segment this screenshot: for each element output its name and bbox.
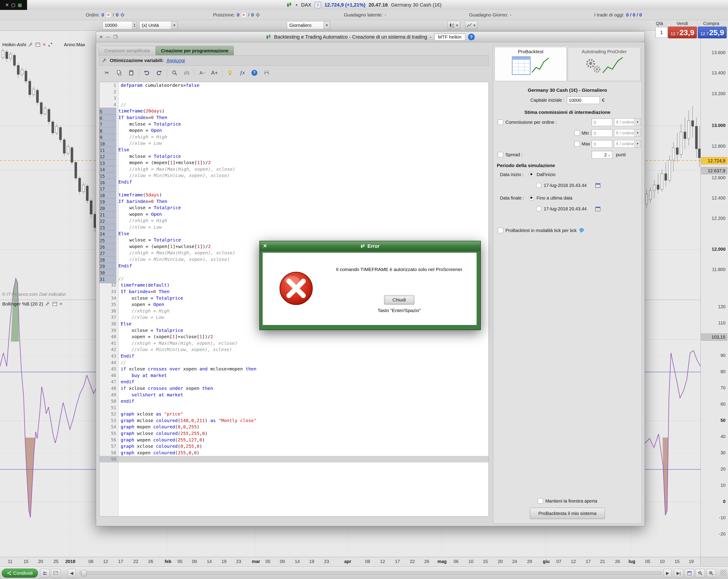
tab-probacktest[interactable]: ProBacktest [495,47,567,81]
line-number[interactable]: 50 [100,398,119,404]
line-number[interactable]: 55 [100,430,119,437]
code-line[interactable]: 58graph xopen coloured(255,0,0) [100,450,489,456]
search-icon[interactable] [170,68,179,77]
code-line[interactable]: 4// [100,102,489,108]
chart-window-icon[interactable] [51,569,60,577]
line-number[interactable]: 59 [100,456,119,463]
commission-unit-select[interactable]: € / ordine▼ [614,119,641,126]
gear-icon[interactable] [120,12,125,17]
code-line[interactable]: 14 //xhigh = Max(Max(High, xopen), xclos… [100,166,489,173]
line-number[interactable]: 57 [100,443,119,450]
line-number[interactable]: 34 [100,295,119,301]
code-line[interactable]: 40 xopen = (xopen[1]+xclose[1])/2 [100,334,489,340]
code-line[interactable]: 5timeframe(20days) [100,108,489,114]
line-number[interactable]: 37 [100,314,119,321]
code-line[interactable]: 21 wopen = Open [100,211,489,217]
line-number[interactable]: 45 [100,366,119,372]
run-backtest-button[interactable]: ProBacktesta il mio sistema [530,508,605,519]
wrench-icon[interactable] [45,301,50,307]
speech-bubble-icon[interactable] [579,228,584,233]
undo-icon[interactable] [142,68,151,77]
line-number[interactable]: 4 [100,102,119,108]
line-number[interactable]: 3 [100,95,119,102]
code-line[interactable]: 11Else [100,147,489,153]
code-line[interactable]: 44// [100,360,489,366]
wrench-icon[interactable] [28,42,33,47]
commission-input[interactable]: 0 [592,119,612,126]
close-error-button[interactable]: Chiudi [384,295,414,305]
panel-icon[interactable] [35,42,41,47]
line-number[interactable]: 58 [100,450,119,456]
line-number[interactable]: 54 [100,424,119,430]
price-axis[interactable]: 12.724,9 12.637,9 103,15 13.60013.40013.… [701,30,728,557]
chevron-down-icon[interactable]: ▼ [323,21,330,29]
line-number[interactable]: 32 [100,282,119,288]
function-library-icon[interactable]: ƒx [238,68,247,77]
symbol-name[interactable]: DAX [301,2,311,8]
line-number[interactable]: 44 [100,360,119,366]
code-line[interactable]: 50endif [100,398,489,404]
code-line[interactable]: 22 //xhigh = High [100,217,489,224]
time-scrollbar-handle[interactable] [81,570,86,576]
line-number[interactable]: 2 [100,88,119,95]
line-number[interactable]: 53 [100,417,119,424]
minimize-icon[interactable]: ─ [107,34,110,40]
line-number[interactable]: 47 [100,378,119,385]
code-line[interactable]: 46 buy at market [100,372,489,379]
share-button[interactable]: Condividi [2,569,38,578]
code-line[interactable]: 10 //xlow = Low [100,140,489,147]
restore-icon[interactable]: ▢ [11,2,15,8]
window-controls-box[interactable]: ✕ ▢ ▦ [0,0,27,10]
code-line[interactable]: 6If barindex=0 Then [100,114,489,121]
capital-input[interactable]: 10000 [567,96,600,104]
scroll-left-button[interactable]: ◀ [68,569,76,577]
code-line[interactable]: 45if xclose crosses over xopen and mclos… [100,366,489,372]
start-from-beginning-radio[interactable] [529,172,534,177]
line-number[interactable]: 1 [100,82,119,88]
code-line[interactable]: 42 //xlow = Min(Min(Low, xopen), xclose) [100,346,489,353]
max-unit-select[interactable]: € / ordine▼ [614,140,641,148]
zoom-in-icon[interactable] [706,569,716,577]
code-line[interactable]: 57graph xclose coloured(0,255,0) [100,443,489,450]
min-unit-select[interactable]: € / ordine▼ [614,129,641,137]
close-panel-icon[interactable]: ✕ [43,42,46,47]
time-scrollbar[interactable] [79,572,662,575]
sell-button[interactable]: 12.7 23,9 [668,27,697,38]
font-smaller-icon[interactable]: A− [198,68,207,77]
community-icon[interactable] [40,569,50,577]
comment-toggle-icon[interactable]: (//) [182,68,191,77]
tab-autotrading-proorder[interactable]: Autotrading ProOrder [568,47,641,81]
end-custom-date-radio[interactable] [536,206,542,211]
code-line[interactable]: 9 //xhigh = High [100,134,489,140]
code-line[interactable]: 15 //xlow = Min(Min(Low, xopen), xclose) [100,172,489,179]
commission-checkbox[interactable] [498,120,503,125]
max-input[interactable]: 0 [592,140,612,148]
code-line[interactable]: 17 [100,185,489,192]
font-larger-icon[interactable]: A+ [210,68,219,77]
tab-simple-creation[interactable]: Creazione semplificata [99,46,156,55]
start-date-value[interactable]: 17-lug-2018 20.43.44 [544,183,587,188]
code-line[interactable]: 56graph wopen coloured(255,127,0) [100,437,489,443]
code-line[interactable]: 49 sellshort at market [100,392,489,398]
code-line[interactable]: 2 [100,88,489,95]
start-custom-date-radio[interactable] [536,183,542,188]
line-number[interactable]: 36 [100,308,119,314]
units-dropdown[interactable]: (x) Unità ▼ [139,21,178,29]
system-name-box[interactable]: MTF heikin [434,33,465,41]
quantity-stepper[interactable]: 1 [655,27,668,38]
line-number[interactable]: 43 [100,353,119,360]
spread-stepper[interactable]: 2 ⇕ [592,151,612,158]
close-icon[interactable]: ✕ [263,243,267,249]
code-line[interactable]: 24Else [100,231,489,237]
buy-button[interactable]: 12.7 25,9 [698,27,727,38]
code-line[interactable]: 47endif [100,378,489,385]
resize-grip[interactable] [720,570,727,576]
grid-icon[interactable]: ▦ [18,2,22,8]
code-line[interactable]: 53graph mclose coloured(148,0,211) as "M… [100,417,489,424]
help-icon[interactable]: ? [468,34,475,41]
code-line[interactable]: 19If barindex=0 Then [100,198,489,205]
line-number[interactable]: 39 [100,327,119,334]
close-icon[interactable]: ✕ [99,34,103,40]
timeframe-dropdown[interactable]: Giornaliero ▼ [287,21,330,29]
cancel-orders-icon[interactable]: ✕ [106,12,111,18]
